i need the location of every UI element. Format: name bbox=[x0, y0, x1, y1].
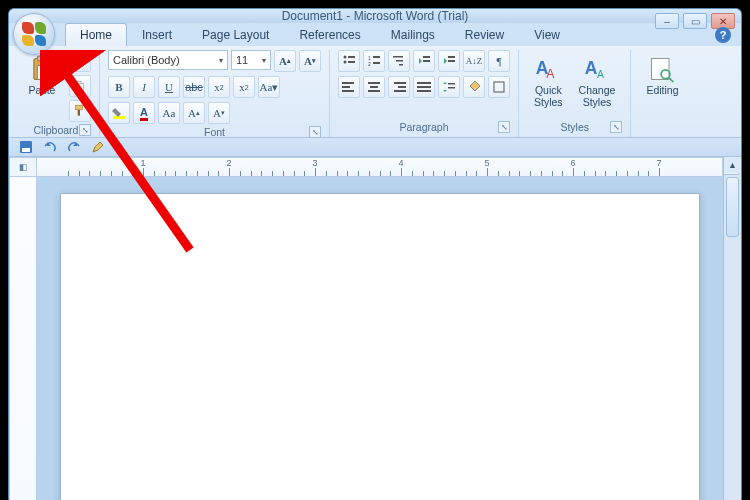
svg-rect-38 bbox=[448, 87, 455, 89]
change-styles-label: Change Styles bbox=[579, 85, 616, 108]
ruler-corner[interactable]: ◧ bbox=[9, 157, 37, 177]
borders-button[interactable] bbox=[488, 76, 510, 98]
underline-button[interactable]: U bbox=[158, 76, 180, 98]
svg-rect-27 bbox=[342, 90, 354, 92]
group-styles: AA Quick Styles AA Change Styles Styles⤡ bbox=[519, 50, 631, 137]
undo-button[interactable] bbox=[41, 138, 59, 156]
svg-rect-6 bbox=[78, 84, 84, 91]
multilevel-list-button[interactable] bbox=[388, 50, 410, 72]
office-button[interactable] bbox=[13, 13, 55, 55]
svg-rect-1 bbox=[37, 56, 46, 61]
sort-button[interactable]: A↓Z bbox=[463, 50, 485, 72]
copy-button[interactable] bbox=[69, 75, 91, 97]
svg-rect-9 bbox=[113, 116, 125, 119]
help-icon[interactable]: ? bbox=[715, 27, 731, 43]
strikethrough-button[interactable]: abc bbox=[183, 76, 205, 98]
quick-styles-button[interactable]: AA Quick Styles bbox=[527, 50, 570, 113]
numbering-button[interactable]: 12 bbox=[363, 50, 385, 72]
bucket-icon bbox=[467, 80, 481, 94]
tab-review[interactable]: Review bbox=[450, 23, 519, 46]
highlight-icon bbox=[112, 106, 126, 120]
svg-rect-44 bbox=[652, 59, 670, 80]
svg-rect-32 bbox=[398, 86, 406, 88]
align-center-button[interactable] bbox=[363, 76, 385, 98]
quick-styles-icon: AA bbox=[534, 55, 562, 83]
paste-icon bbox=[28, 55, 56, 83]
svg-text:2: 2 bbox=[368, 61, 371, 67]
multilevel-icon bbox=[392, 54, 406, 68]
horizontal-ruler[interactable]: 1234567 bbox=[37, 157, 723, 177]
paste-button[interactable]: Paste bbox=[21, 50, 63, 102]
quick-styles-label: Quick Styles bbox=[534, 85, 563, 108]
shrink-font2-button[interactable]: A▾ bbox=[208, 102, 230, 124]
line-spacing-button[interactable] bbox=[438, 76, 460, 98]
group-paragraph: 12 A↓Z ¶ Paragraph⤡ bbox=[330, 50, 519, 137]
justify-button[interactable] bbox=[413, 76, 435, 98]
tab-mailings[interactable]: Mailings bbox=[376, 23, 450, 46]
svg-rect-18 bbox=[393, 56, 403, 58]
scroll-up-button[interactable]: ▲ bbox=[724, 157, 741, 173]
tab-insert[interactable]: Insert bbox=[127, 23, 187, 46]
grow-font2-button[interactable]: A▴ bbox=[183, 102, 205, 124]
qa-customize-button[interactable] bbox=[89, 138, 107, 156]
pencil-icon bbox=[91, 140, 105, 154]
document-page[interactable] bbox=[60, 193, 700, 500]
superscript-button[interactable]: x2 bbox=[233, 76, 255, 98]
cut-button[interactable] bbox=[69, 50, 91, 72]
tab-references[interactable]: References bbox=[284, 23, 375, 46]
tab-home[interactable]: Home bbox=[65, 23, 127, 46]
font-name-combo[interactable]: Calibri (Body)▾ bbox=[108, 50, 228, 70]
format-painter-button[interactable] bbox=[69, 100, 91, 122]
shrink-font-button[interactable]: A▾ bbox=[299, 50, 321, 72]
svg-rect-2 bbox=[37, 66, 49, 80]
copy-icon bbox=[73, 79, 87, 93]
styles-dialog-launcher[interactable]: ⤡ bbox=[610, 121, 622, 133]
group-clipboard: Paste Clipboard⤡ bbox=[13, 50, 100, 137]
svg-rect-28 bbox=[368, 82, 380, 84]
tab-page-layout[interactable]: Page Layout bbox=[187, 23, 284, 46]
line-spacing-icon bbox=[442, 80, 456, 94]
svg-rect-17 bbox=[373, 62, 380, 64]
svg-point-10 bbox=[344, 56, 347, 59]
redo-button[interactable] bbox=[65, 138, 83, 156]
bullets-button[interactable] bbox=[338, 50, 360, 72]
svg-rect-30 bbox=[368, 90, 380, 92]
outdent-icon bbox=[417, 54, 431, 68]
bold-button[interactable]: B bbox=[108, 76, 130, 98]
decrease-indent-button[interactable] bbox=[413, 50, 435, 72]
shading-button[interactable] bbox=[463, 76, 485, 98]
scroll-thumb[interactable] bbox=[726, 177, 739, 237]
align-left-button[interactable] bbox=[338, 76, 360, 98]
grow-font-button[interactable]: A▴ bbox=[274, 50, 296, 72]
svg-rect-31 bbox=[394, 82, 406, 84]
font-size-combo[interactable]: 11▾ bbox=[231, 50, 271, 70]
save-button[interactable] bbox=[17, 138, 35, 156]
paragraph-dialog-launcher[interactable]: ⤡ bbox=[498, 121, 510, 133]
font-dialog-launcher[interactable]: ⤡ bbox=[309, 126, 321, 138]
increase-indent-button[interactable] bbox=[438, 50, 460, 72]
clear-format-button[interactable]: Aa bbox=[158, 102, 180, 124]
vertical-scrollbar[interactable]: ▥ ▲ ▼ bbox=[723, 157, 741, 500]
svg-rect-20 bbox=[399, 64, 403, 66]
subscript-button[interactable]: x2 bbox=[208, 76, 230, 98]
editing-button[interactable]: Editing bbox=[639, 50, 685, 102]
change-case-button[interactable]: Aa▾ bbox=[258, 76, 280, 98]
tab-view[interactable]: View bbox=[519, 23, 575, 46]
font-color-button[interactable]: A bbox=[133, 102, 155, 124]
ribbon: Paste Clipboard⤡ Calibri (Body)▾ 11▾ A▴ … bbox=[9, 46, 741, 138]
highlight-button[interactable] bbox=[108, 102, 130, 124]
svg-text:A: A bbox=[547, 67, 556, 81]
change-styles-icon: AA bbox=[583, 55, 611, 83]
vertical-ruler[interactable] bbox=[9, 177, 37, 500]
clipboard-dialog-launcher[interactable]: ⤡ bbox=[79, 124, 91, 136]
office-logo-icon bbox=[22, 22, 46, 46]
change-styles-button[interactable]: AA Change Styles bbox=[572, 50, 623, 113]
svg-rect-15 bbox=[373, 56, 380, 58]
italic-button[interactable]: I bbox=[133, 76, 155, 98]
group-label-font: Font bbox=[204, 126, 225, 138]
show-marks-button[interactable]: ¶ bbox=[488, 50, 510, 72]
editing-label: Editing bbox=[646, 85, 678, 97]
title-bar: Document1 - Microsoft Word (Trial) – ▭ ✕ bbox=[9, 9, 741, 23]
align-right-button[interactable] bbox=[388, 76, 410, 98]
svg-rect-11 bbox=[348, 56, 355, 58]
